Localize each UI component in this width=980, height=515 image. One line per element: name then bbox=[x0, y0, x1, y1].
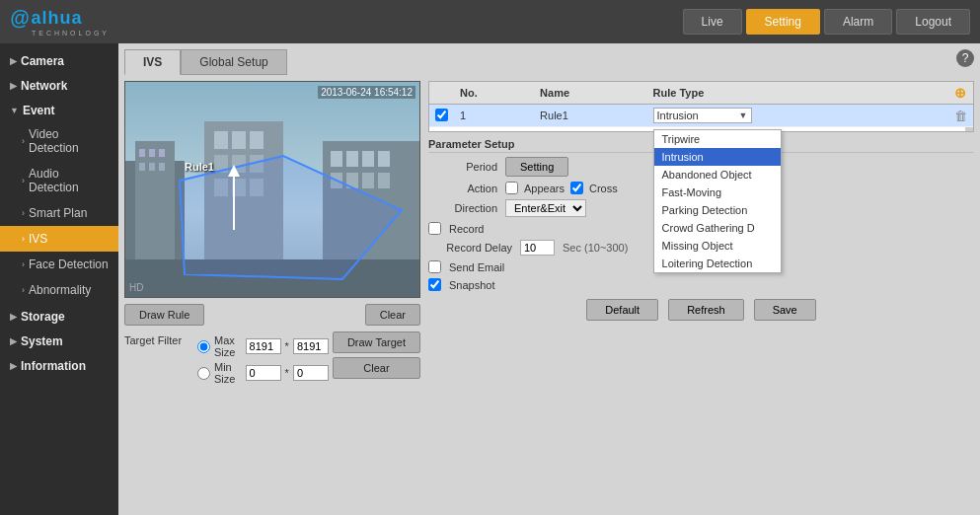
option-loitering[interactable]: Loitering Detection bbox=[654, 255, 781, 272]
rule-no: 1 bbox=[454, 105, 534, 127]
sidebar-item-information[interactable]: ▶ Information bbox=[0, 352, 118, 377]
video-controls: Draw Rule Clear bbox=[124, 304, 420, 326]
appears-label: Appears bbox=[524, 183, 565, 194]
record-label: Record bbox=[449, 223, 484, 235]
action-checkboxes: Appears Cross bbox=[505, 182, 618, 194]
camera-arrow-icon: ▶ bbox=[10, 56, 17, 66]
record-delay-label: Record Delay bbox=[428, 242, 512, 254]
svg-rect-4 bbox=[149, 149, 155, 157]
period-setting-button[interactable]: Setting bbox=[505, 157, 568, 177]
rules-table-wrap: No. Name Rule Type ⊕ 1 bbox=[428, 81, 974, 132]
record-delay-input[interactable]: 10 bbox=[520, 240, 555, 256]
logo-at: @ bbox=[10, 7, 30, 30]
min-height-input[interactable]: 0 bbox=[293, 365, 329, 381]
nav-alarm-button[interactable]: Alarm bbox=[824, 9, 892, 35]
svg-rect-27 bbox=[378, 173, 390, 188]
fd-arrow-icon: › bbox=[22, 259, 25, 269]
record-checkbox[interactable] bbox=[428, 222, 441, 235]
save-button[interactable]: Save bbox=[754, 299, 816, 321]
storage-arrow-icon: ▶ bbox=[10, 312, 17, 322]
draw-rule-button[interactable]: Draw Rule bbox=[124, 304, 204, 326]
rule-label: Rule1 bbox=[185, 161, 214, 173]
sidebar-item-event[interactable]: ▼ Event bbox=[0, 97, 118, 121]
rule-checkbox[interactable] bbox=[435, 109, 448, 121]
option-parking[interactable]: Parking Detection bbox=[654, 201, 781, 219]
period-label: Period bbox=[428, 161, 497, 173]
tab-ivs[interactable]: IVS bbox=[124, 49, 181, 75]
max-size-label: Max Size bbox=[214, 334, 242, 358]
video-timestamp: 2013-06-24 16:54:12 bbox=[318, 86, 415, 99]
svg-rect-3 bbox=[139, 149, 145, 157]
min-size-label: Min Size bbox=[214, 361, 242, 385]
col-no: No. bbox=[454, 82, 534, 105]
sidebar-item-smart-plan[interactable]: › Smart Plan bbox=[0, 200, 118, 226]
send-email-checkbox[interactable] bbox=[428, 260, 441, 273]
logo-brand: alhua bbox=[32, 8, 83, 29]
send-email-label: Send Email bbox=[449, 261, 504, 273]
dropdown-arrow-icon: ▼ bbox=[739, 110, 748, 120]
rule-type-dropdown-list: Tripwire Intrusion Abandoned Object Fast… bbox=[653, 129, 782, 273]
ab-arrow-icon: › bbox=[22, 285, 25, 295]
col-rule-type: Rule Type bbox=[647, 82, 948, 105]
svg-rect-21 bbox=[346, 151, 358, 167]
max-size-row: Max Size 8191 * 8191 bbox=[197, 334, 329, 358]
max-width-input[interactable]: 8191 bbox=[246, 338, 281, 354]
sidebar-item-camera[interactable]: ▶ Camera bbox=[0, 47, 118, 72]
sidebar-item-system[interactable]: ▶ System bbox=[0, 328, 118, 352]
option-intrusion[interactable]: Intrusion bbox=[654, 148, 781, 166]
sidebar-item-network[interactable]: ▶ Network bbox=[0, 72, 118, 97]
nav-live-button[interactable]: Live bbox=[683, 9, 742, 35]
target-filter-label: Target Filter bbox=[124, 331, 193, 346]
svg-rect-11 bbox=[232, 131, 246, 149]
option-fast-moving[interactable]: Fast-Moving bbox=[654, 184, 781, 201]
sidebar: ▶ Camera ▶ Network ▼ Event › Video Detec… bbox=[0, 43, 118, 515]
max-sep: * bbox=[285, 340, 289, 352]
cross-checkbox[interactable] bbox=[570, 182, 583, 194]
ivs-panel: 2013-06-24 16:54:12 Rule1 HD Draw Rule C… bbox=[124, 81, 974, 385]
col-add: ⊕ bbox=[948, 82, 973, 105]
sidebar-item-abnormality[interactable]: › Abnormality bbox=[0, 277, 118, 303]
video-hd-label: HD bbox=[129, 282, 143, 293]
sidebar-item-video-detection[interactable]: › Video Detection bbox=[0, 121, 118, 161]
add-rule-icon[interactable]: ⊕ bbox=[954, 85, 966, 101]
min-width-input[interactable]: 0 bbox=[246, 365, 281, 381]
logo: @ alhua TECHNOLOGY bbox=[10, 7, 110, 37]
ivs-arrow-icon: › bbox=[22, 234, 25, 244]
refresh-button[interactable]: Refresh bbox=[668, 299, 744, 321]
max-size-radio[interactable] bbox=[197, 340, 210, 353]
col-name: Name bbox=[534, 82, 646, 105]
tabs: IVS Global Setup bbox=[124, 49, 974, 75]
video-section: 2013-06-24 16:54:12 Rule1 HD Draw Rule C… bbox=[124, 81, 420, 385]
clear-target-button[interactable]: Clear bbox=[333, 357, 420, 379]
snapshot-checkbox[interactable] bbox=[428, 278, 441, 291]
nav-logout-button[interactable]: Logout bbox=[896, 9, 970, 35]
video-background bbox=[125, 82, 420, 298]
svg-rect-10 bbox=[214, 131, 228, 149]
clear-rule-button[interactable]: Clear bbox=[365, 304, 420, 326]
rule-type-dropdown-wrap: Intrusion ▼ Tripwire Intrusion Abandoned… bbox=[653, 108, 942, 123]
option-crowd[interactable]: Crowd Gathering D bbox=[654, 219, 781, 237]
max-height-input[interactable]: 8191 bbox=[293, 338, 329, 354]
sp-arrow-icon: › bbox=[22, 208, 25, 218]
direction-select[interactable]: Enter&Exit Enter Exit bbox=[505, 199, 586, 217]
svg-rect-12 bbox=[250, 131, 264, 149]
sidebar-item-storage[interactable]: ▶ Storage bbox=[0, 303, 118, 328]
delete-rule-icon[interactable]: 🗑 bbox=[954, 109, 967, 123]
option-abandoned[interactable]: Abandoned Object bbox=[654, 166, 781, 184]
appears-checkbox[interactable] bbox=[505, 182, 518, 194]
min-size-radio[interactable] bbox=[197, 367, 210, 380]
nav-setting-button[interactable]: Setting bbox=[746, 9, 820, 35]
sidebar-item-audio-detection[interactable]: › Audio Detection bbox=[0, 161, 118, 200]
sidebar-item-ivs[interactable]: › IVS bbox=[0, 226, 118, 252]
default-button[interactable]: Default bbox=[586, 299, 658, 321]
draw-target-button[interactable]: Draw Target bbox=[333, 331, 420, 353]
sidebar-item-face-detection[interactable]: › Face Detection bbox=[0, 252, 118, 277]
option-missing[interactable]: Missing Object bbox=[654, 237, 781, 255]
svg-rect-22 bbox=[362, 151, 374, 167]
rule-type-select[interactable]: Intrusion ▼ bbox=[653, 108, 752, 123]
svg-rect-6 bbox=[139, 163, 145, 171]
option-tripwire[interactable]: Tripwire bbox=[654, 130, 781, 148]
help-icon[interactable]: ? bbox=[956, 49, 974, 67]
tab-global-setup[interactable]: Global Setup bbox=[181, 49, 286, 75]
snapshot-row: Snapshot bbox=[428, 278, 974, 291]
